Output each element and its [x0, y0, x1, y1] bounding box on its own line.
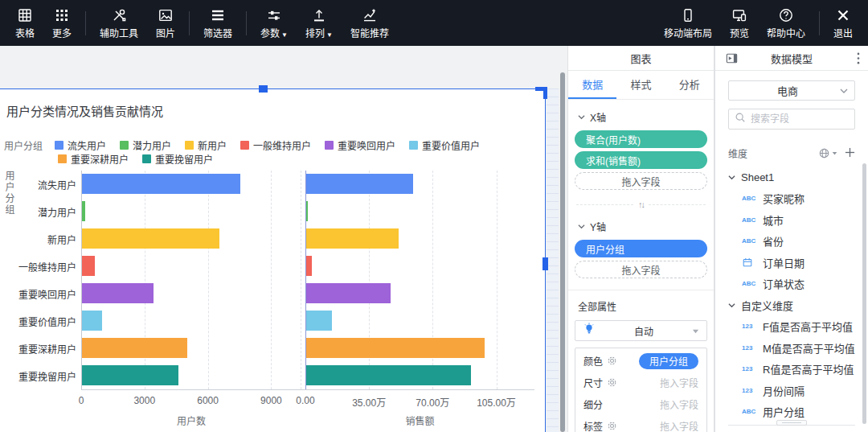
resize-handle-top[interactable]: [259, 85, 268, 93]
resize-handle-top-right[interactable]: [535, 87, 547, 99]
bar-重要深耕用户[interactable]: [82, 338, 187, 358]
dashboard-canvas[interactable]: 用户分类情况及销售贡献情况 用户分组流失用户潜力用户新用户一般维持用户重要唤回用…: [0, 46, 567, 432]
tab-数据[interactable]: 数据: [568, 71, 616, 99]
category-labels: 流失用户潜力用户新用户一般维持用户重要唤回用户重要价值用户重要深耕用户重要挽留用…: [0, 171, 76, 389]
bar-新用户[interactable]: [82, 228, 219, 249]
bar-重要价值用户[interactable]: [82, 311, 102, 331]
swap-axes-divider[interactable]: ↑↓: [576, 200, 706, 209]
y-axis-section-header[interactable]: Y轴: [578, 220, 707, 233]
resize-handle-right[interactable]: [542, 257, 548, 270]
toolbar-item-filter[interactable]: 筛选器: [194, 0, 241, 46]
field-item[interactable]: ABC城市: [728, 209, 855, 231]
panel-scrollbar[interactable]: [862, 163, 866, 424]
legend-item[interactable]: 新用户: [185, 138, 227, 152]
toolbar-item-mobile[interactable]: 移动端布局: [655, 0, 721, 46]
property-field-pill[interactable]: 用户分组: [639, 353, 698, 369]
category-label: 潜力用户: [0, 198, 76, 225]
legend-item[interactable]: 一般维持用户: [240, 138, 311, 152]
number-field-icon: 123: [742, 387, 763, 394]
tab-样式[interactable]: 样式: [616, 71, 665, 99]
smart-icon: [362, 7, 378, 23]
bar-重要深耕用户[interactable]: [306, 338, 485, 358]
field-search[interactable]: [728, 109, 855, 130]
legend-item[interactable]: 重要唤回用户: [325, 138, 395, 152]
y-axis-drop-zone[interactable]: 拖入字段: [575, 261, 707, 278]
toolbar-item-smart[interactable]: 智能推荐: [342, 0, 398, 46]
x-axis-title: 用户数: [81, 413, 301, 427]
bar-流失用户[interactable]: [306, 174, 413, 194]
dataset-select[interactable]: 电商: [728, 80, 855, 101]
field-item[interactable]: 123F值是否高于平均值: [728, 316, 855, 338]
toolbar-item-preview[interactable]: 预览: [721, 0, 758, 46]
globe-filter-icon[interactable]: [818, 147, 837, 159]
property-drop-placeholder[interactable]: 拖入字段: [660, 397, 698, 411]
gear-icon[interactable]: [607, 421, 617, 431]
x-axis-field-pill[interactable]: 求和(销售额): [575, 151, 707, 169]
bar-重要唤回用户[interactable]: [306, 283, 391, 303]
bar-重要挽留用户[interactable]: [82, 365, 178, 385]
category-label: 流失用户: [0, 171, 76, 198]
toolbar-item-params[interactable]: 参数▼: [252, 0, 297, 46]
arrange-icon: [311, 7, 327, 23]
toolbar-item-label: 预览: [730, 26, 749, 39]
bar-一般维持用户[interactable]: [306, 256, 312, 276]
legend-swatch: [409, 141, 418, 150]
bar-重要挽留用户[interactable]: [306, 365, 471, 385]
chart-type-dropdown[interactable]: 自动: [575, 320, 707, 341]
bar-潜力用户[interactable]: [82, 201, 85, 221]
bar-新用户[interactable]: [306, 228, 399, 249]
field-group-自定义维度[interactable]: 自定义维度: [728, 294, 855, 316]
splitter-handle[interactable]: [776, 420, 807, 426]
toolbar-item-image[interactable]: 图片: [147, 0, 184, 46]
x-axis-drop-zone[interactable]: 拖入字段: [575, 172, 707, 190]
field-group-Sheet1[interactable]: Sheet1: [728, 167, 855, 188]
canvas-scrollbar[interactable]: [560, 72, 565, 432]
legend-item[interactable]: 重要挽留用户: [142, 152, 213, 166]
toolbar-item-arrange[interactable]: 排列▼: [297, 0, 342, 46]
field-item[interactable]: 123M值是否高于平均值: [728, 337, 855, 359]
field-item[interactable]: ABC省份: [728, 231, 855, 253]
chevron-down-icon: [578, 221, 585, 232]
bar-一般维持用户[interactable]: [82, 256, 95, 276]
text-field-icon: ABC: [742, 216, 763, 224]
more-menu-icon[interactable]: [857, 52, 860, 67]
legend-item[interactable]: 重要深耕用户: [58, 152, 129, 166]
legend-item[interactable]: 重要价值用户: [409, 138, 480, 152]
chart-widget[interactable]: 用户分类情况及销售贡献情况 用户分组流失用户潜力用户新用户一般维持用户重要唤回用…: [0, 88, 546, 432]
table-icon: [17, 7, 33, 23]
chevron-down-icon: [578, 112, 585, 123]
add-field-icon[interactable]: [845, 147, 855, 160]
field-item[interactable]: 123月份间隔: [728, 380, 855, 401]
x-axis-section-header[interactable]: X轴: [578, 110, 707, 124]
y-axis-field-pill[interactable]: 用户分组: [575, 240, 707, 257]
toolbar-item-grid[interactable]: 更多: [43, 0, 80, 46]
legend-item-label: 重要价值用户: [422, 138, 480, 152]
panel-splitter[interactable]: [728, 425, 855, 426]
gear-icon[interactable]: [607, 377, 617, 388]
property-drop-placeholder[interactable]: 拖入字段: [660, 376, 698, 389]
bar-流失用户[interactable]: [82, 174, 240, 194]
collapse-panel-icon[interactable]: [725, 51, 739, 68]
x-axis-field-pill[interactable]: 聚合(用户数): [575, 130, 707, 148]
property-drop-placeholder[interactable]: 拖入字段: [660, 419, 698, 432]
field-item[interactable]: 123R值是否高于平均值: [728, 359, 855, 381]
property-row-尺寸: 尺寸拖入字段: [575, 372, 706, 393]
toolbar-item-help[interactable]: 帮助中心: [758, 0, 814, 46]
category-label: 新用户: [0, 225, 76, 253]
bar-潜力用户[interactable]: [306, 201, 308, 221]
toolbar-item-tools[interactable]: 辅助工具: [91, 0, 147, 46]
legend-item-label: 潜力用户: [133, 138, 171, 152]
bar-重要价值用户[interactable]: [306, 311, 332, 331]
toolbar-item-table[interactable]: 表格: [6, 0, 43, 46]
bar-重要唤回用户[interactable]: [82, 283, 154, 303]
legend-item[interactable]: 流失用户: [55, 138, 106, 152]
field-item[interactable]: 订单日期: [728, 252, 855, 274]
gear-icon[interactable]: [607, 356, 617, 366]
field-search-input[interactable]: [751, 113, 849, 125]
category-label: 重要深耕用户: [0, 335, 76, 362]
field-item[interactable]: ABC订单状态: [728, 274, 855, 295]
tab-分析[interactable]: 分析: [665, 71, 714, 99]
toolbar-item-exit[interactable]: 退出: [825, 0, 862, 46]
field-item[interactable]: ABC买家昵称: [728, 188, 855, 210]
legend-item[interactable]: 潜力用户: [120, 138, 171, 152]
